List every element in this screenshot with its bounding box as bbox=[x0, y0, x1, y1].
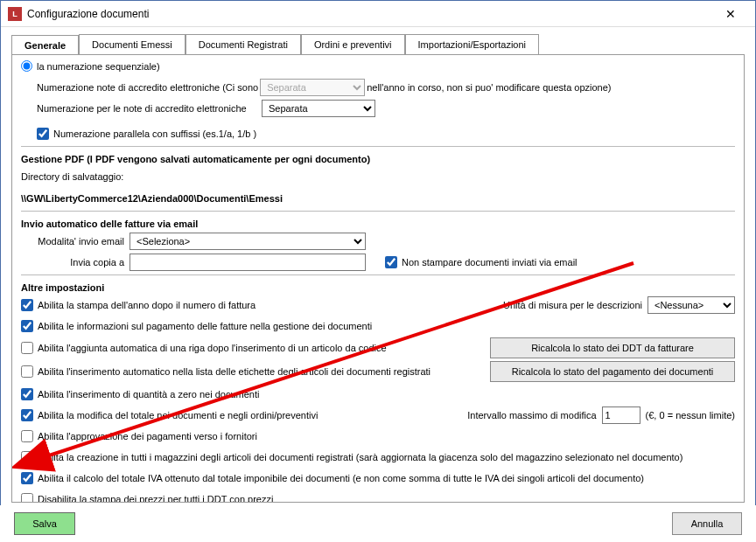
dialog-footer: Salva Annulla bbox=[0, 505, 756, 542]
radio-truncated-label: la numerazione sequenziale) bbox=[37, 61, 160, 72]
numbering-mode-radio[interactable] bbox=[21, 60, 32, 72]
pdf-dir-label: Directory di salvataggio: bbox=[21, 171, 123, 182]
email-modalita-select[interactable]: <Seleziona> bbox=[130, 233, 366, 250]
radio-truncated-row: la numerazione sequenziale) bbox=[21, 57, 735, 75]
email-nostampa-checkbox[interactable] bbox=[385, 256, 397, 268]
c6-checkbox[interactable] bbox=[21, 409, 33, 421]
title-bar: L Configurazione documenti ✕ bbox=[1, 1, 755, 27]
tab-documenti-registrati[interactable]: Documenti Registrati bbox=[186, 34, 301, 54]
c4-checkbox[interactable] bbox=[21, 365, 33, 378]
num-per-note-label: Numerazione per le note di accredito ele… bbox=[37, 103, 262, 114]
c8-label: Abilita la creazione in tutti i magazzin… bbox=[38, 452, 682, 462]
c3-checkbox[interactable] bbox=[21, 342, 33, 354]
c10-checkbox[interactable] bbox=[21, 493, 33, 503]
c7-label: Abilita l'approvazione dei pagamenti ver… bbox=[38, 431, 257, 441]
c1-checkbox[interactable] bbox=[21, 299, 33, 311]
email-nostampa-label: Non stampare documenti inviati via email bbox=[402, 257, 578, 268]
window-title: Configurazione documenti bbox=[27, 8, 713, 20]
c2-checkbox[interactable] bbox=[21, 320, 33, 332]
parallela-checkbox[interactable] bbox=[37, 128, 49, 140]
num-note-label-pre: Numerazione note di accredito elettronic… bbox=[37, 82, 258, 93]
email-copia-input[interactable] bbox=[130, 254, 366, 271]
unita-label: Unità di misura per le descrizioni bbox=[503, 300, 642, 310]
intervallo-input[interactable] bbox=[602, 406, 640, 424]
intervallo-hint: (€, 0 = nessun limite) bbox=[646, 410, 735, 420]
email-copia-label: Invia copia a bbox=[21, 257, 124, 268]
save-button[interactable]: Salva bbox=[14, 512, 75, 535]
tab-panel-generale: la numerazione sequenziale) Numerazione … bbox=[12, 55, 744, 502]
c2-label: Abilita le informazioni sul pagamento de… bbox=[38, 321, 372, 331]
cancel-button[interactable]: Annulla bbox=[672, 512, 742, 535]
c5-checkbox[interactable] bbox=[21, 388, 33, 400]
ricalcola-ddt-button[interactable]: Ricalcola lo stato dei DDT da fatturare bbox=[490, 337, 735, 358]
tab-import-export[interactable]: Importazioni/Esportazioni bbox=[405, 34, 540, 54]
c8-checkbox[interactable] bbox=[21, 451, 33, 463]
c10-label: Disabilita la stampa dei prezzi per tutt… bbox=[38, 494, 273, 503]
num-note-label-post: nell'anno in corso, non si puo' modifica… bbox=[367, 82, 611, 93]
c4-label: Abilita l'inserimento automatico nella l… bbox=[38, 366, 430, 377]
c9-label: Abilita il calcolo del totale IVA ottenu… bbox=[38, 473, 644, 483]
unita-select[interactable]: <Nessuna> bbox=[648, 296, 735, 314]
tab-documenti-emessi[interactable]: Documenti Emessi bbox=[79, 34, 186, 54]
intervallo-label: Intervallo massimo di modifica bbox=[467, 410, 596, 420]
ricalcola-pagamento-button[interactable]: Ricalcola lo stato del pagamento dei doc… bbox=[490, 361, 735, 382]
tab-ordini-preventivi[interactable]: Ordini e preventivi bbox=[301, 34, 405, 54]
tab-generale[interactable]: Generale bbox=[11, 35, 79, 55]
c7-checkbox[interactable] bbox=[21, 430, 33, 442]
c3-label: Abilita l'aggiunta automatica di una rig… bbox=[38, 343, 387, 353]
c6-label: Abilita la modifica del totale nei docum… bbox=[38, 410, 318, 420]
app-icon: L bbox=[8, 7, 22, 21]
parallela-label: Numerazione parallela con suffissi (es.1… bbox=[53, 129, 256, 139]
email-modalita-label: Modalita' invio email bbox=[21, 236, 124, 247]
c5-label: Abilita l'inserimento di quantità a zero… bbox=[38, 389, 259, 400]
num-note-select: Separata bbox=[260, 79, 365, 96]
altre-section-head: Altre impostazioni bbox=[21, 282, 735, 293]
c1-label: Abilita la stampa dell'anno dopo il nume… bbox=[38, 300, 256, 310]
pdf-dir-value: \\GW\LibertyCommerce12\Azienda000\Docume… bbox=[21, 189, 735, 207]
c9-checkbox[interactable] bbox=[21, 472, 33, 484]
email-section-head: Invio automatico delle fatture via email bbox=[21, 219, 735, 229]
num-per-note-select[interactable]: Separata bbox=[262, 100, 375, 117]
close-button[interactable]: ✕ bbox=[713, 2, 748, 26]
tab-strip: Generale Documenti Emessi Documenti Regi… bbox=[1, 27, 755, 54]
pdf-section-head: Gestione PDF (I PDF vengono salvati auto… bbox=[21, 154, 735, 164]
